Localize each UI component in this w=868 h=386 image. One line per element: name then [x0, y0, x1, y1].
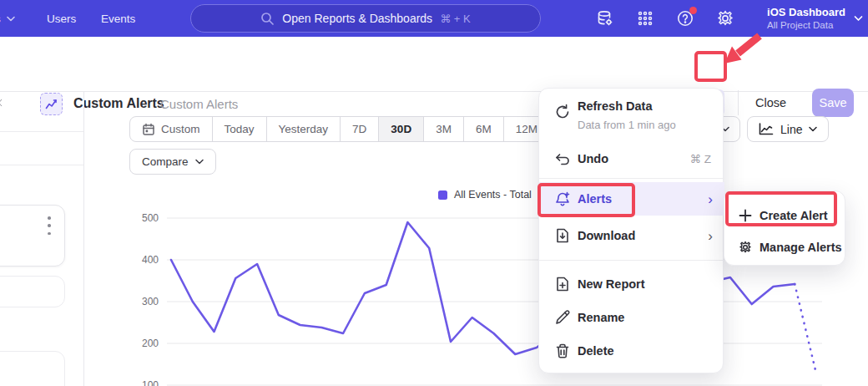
report-type-icon	[40, 93, 63, 115]
submenu-chevron-icon: ›	[708, 192, 713, 206]
menu-item-delete[interactable]: Delete	[539, 334, 724, 368]
menu-item-undo[interactable]: Undo ⌘ Z	[539, 144, 724, 174]
menu-divider	[539, 260, 724, 261]
legend-label: All Events - Total	[454, 189, 532, 201]
search-input[interactable]: Open Reports & Dashboards ⌘ + K	[190, 4, 541, 33]
menu-item-download[interactable]: Download ›	[539, 219, 724, 252]
query-builder-card[interactable]	[0, 276, 65, 307]
submenu-chevron-icon: ›	[708, 229, 713, 243]
menu-item-refresh-data[interactable]: Refresh Data Data from 1 min ago	[539, 95, 724, 139]
submenu-item-manage-alerts[interactable]: Manage Alerts	[724, 231, 846, 264]
app-window: s Users Events Open Reports & Dashboards…	[0, 0, 868, 386]
y-axis-tick: 400	[125, 254, 159, 266]
project-title: iOS Dashboard	[767, 6, 845, 19]
menu-item-rename[interactable]: Rename	[539, 301, 724, 334]
notification-dot	[689, 7, 697, 14]
top-nav: s Users Events Open Reports & Dashboards…	[0, 0, 868, 37]
y-axis-tick: 100	[125, 379, 159, 386]
trash-icon	[554, 343, 571, 359]
legend-swatch	[438, 190, 447, 200]
query-builder-card[interactable]	[0, 351, 65, 386]
menu-item-alerts[interactable]: Alerts ›	[539, 182, 724, 216]
nav-item-events[interactable]: Events	[101, 0, 135, 37]
search-placeholder: Open Reports & Dashboards	[282, 12, 432, 25]
submenu-item-create-alert[interactable]: Create Alert	[724, 199, 846, 232]
sidebar-row-divider	[0, 165, 83, 165]
y-axis-tick: 500	[125, 212, 159, 224]
download-file-icon	[554, 227, 571, 244]
data-management-icon[interactable]	[595, 8, 615, 28]
search-icon	[260, 12, 275, 26]
alerts-submenu: Create Alert Manage Alerts	[724, 190, 845, 266]
pencil-icon	[554, 309, 571, 326]
settings-icon[interactable]	[715, 8, 735, 28]
more-options-menu: Refresh Data Data from 1 min ago Undo ⌘ …	[538, 88, 724, 373]
apps-grid-icon[interactable]	[635, 8, 655, 28]
series-line-incomplete	[795, 284, 816, 373]
menu-item-new-report[interactable]: New Report	[539, 267, 724, 301]
nav-item-users[interactable]: Users	[47, 0, 76, 37]
y-axis-tick: 300	[125, 296, 159, 307]
gear-icon	[738, 240, 753, 255]
kebab-menu-icon[interactable]	[43, 216, 55, 235]
menu-divider	[539, 178, 724, 179]
y-axis-tick: 200	[125, 338, 159, 349]
collapse-chevron-icon[interactable]	[0, 97, 3, 109]
nav-users-label: Users	[47, 13, 76, 25]
sidebar-row-divider	[0, 131, 83, 132]
alert-bell-icon	[554, 190, 571, 207]
nav-item-truncated-label: s	[0, 13, 1, 25]
undo-icon	[554, 150, 571, 167]
shortcut-label: ⌘ Z	[690, 152, 712, 165]
project-titles: iOS Dashboard All Project Data	[767, 6, 845, 31]
chart-legend[interactable]: All Events - Total	[438, 189, 532, 201]
nav-item-truncated[interactable]: s	[0, 0, 15, 37]
project-subtitle: All Project Data	[767, 19, 845, 31]
report-header: Custom Alerts Custom Alerts GV Duplicate…	[0, 37, 868, 92]
refresh-icon	[554, 104, 571, 120]
chevron-down-icon	[7, 16, 15, 22]
plus-icon	[738, 208, 753, 223]
query-builder-card[interactable]	[0, 205, 65, 267]
search-shortcut: ⌘ + K	[440, 13, 471, 25]
nav-events-label: Events	[101, 13, 135, 25]
new-report-icon	[554, 276, 571, 292]
help-icon[interactable]	[675, 8, 695, 28]
chevron-down-icon	[854, 15, 863, 22]
project-selector[interactable]: iOS Dashboard All Project Data	[767, 0, 863, 37]
